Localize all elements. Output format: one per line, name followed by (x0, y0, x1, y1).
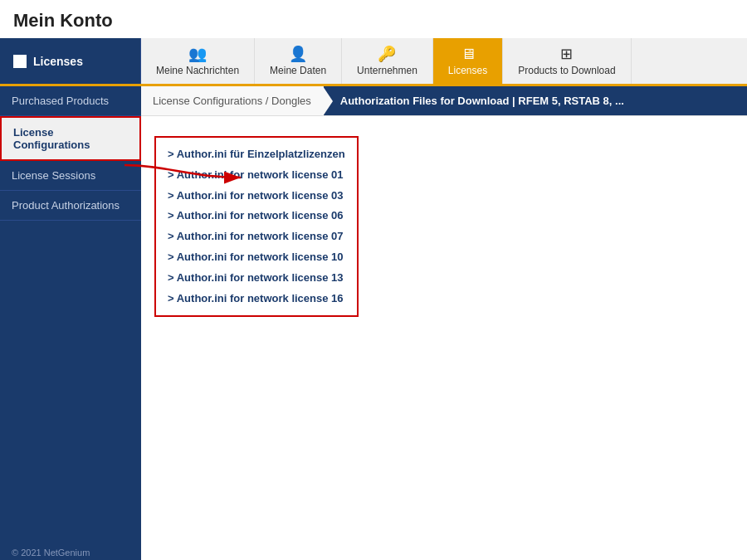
breadcrumb: License Configurations / Dongles Authori… (141, 86, 747, 116)
nav-items: 👥 Meine Nachrichten 👤 Meine Daten 🔑 Unte… (141, 38, 747, 84)
download-link[interactable]: > Author.ini für Einzelplatzlizenzen (168, 146, 345, 163)
download-icon: ⊞ (560, 46, 573, 61)
daten-icon: 👤 (289, 46, 307, 61)
nav-item-daten[interactable]: 👤 Meine Daten (255, 38, 342, 84)
nav-item-label-daten: Meine Daten (270, 65, 326, 76)
nav-item-download[interactable]: ⊞ Products to Download (503, 38, 631, 84)
nav-item-label-nachrichten: Meine Nachrichten (156, 65, 239, 76)
download-link[interactable]: > Author.ini for network license 16 (168, 290, 345, 308)
nav-logo[interactable]: Licenses (0, 38, 141, 84)
sidebar-item-sessions[interactable]: License Sessions (0, 161, 141, 191)
download-link[interactable]: > Author.ini for network license 06 (168, 207, 345, 225)
nav-item-licenses[interactable]: 🖥 Licenses (433, 38, 503, 84)
nav-item-nachrichten[interactable]: 👥 Meine Nachrichten (141, 38, 255, 84)
sidebar-item-configurations[interactable]: License Configurations (0, 116, 141, 161)
nav-item-unternehmen[interactable]: 🔑 Unternehmen (342, 38, 433, 84)
nav-item-label-download: Products to Download (518, 65, 615, 76)
content-area: License Configurations / Dongles Authori… (141, 86, 747, 560)
main-layout: Purchased ProductsLicense Configurations… (0, 86, 747, 560)
nav-logo-label: Licenses (33, 55, 83, 68)
breadcrumb-active: Authorization Files for Download | RFEM … (324, 86, 747, 115)
nachrichten-icon: 👥 (188, 46, 207, 61)
sidebar: Purchased ProductsLicense Configurations… (0, 86, 141, 560)
download-link[interactable]: > Author.ini for network license 13 (168, 270, 345, 287)
download-link[interactable]: > Author.ini for network license 10 (168, 249, 345, 266)
sidebar-item-purchased[interactable]: Purchased Products (0, 86, 141, 116)
sidebar-footer: © 2021 NetGenium (0, 538, 141, 560)
breadcrumb-item-configs[interactable]: License Configurations / Dongles (141, 86, 324, 115)
links-box: > Author.ini für Einzelplatzlizenzen> Au… (154, 136, 359, 317)
licenses-icon: 🖥 (461, 46, 476, 61)
top-nav: Licenses 👥 Meine Nachrichten 👤 Meine Dat… (0, 38, 747, 86)
content-panel: > Author.ini für Einzelplatzlizenzen> Au… (141, 116, 747, 330)
sidebar-item-authorizations[interactable]: Product Authorizations (0, 191, 141, 221)
nav-item-label-licenses: Licenses (448, 65, 487, 76)
download-link[interactable]: > Author.ini for network license 03 (168, 187, 345, 205)
download-link[interactable]: > Author.ini for network license 01 (168, 167, 345, 184)
page-title: Mein Konto (0, 0, 747, 38)
download-link[interactable]: > Author.ini for network license 07 (168, 228, 345, 246)
nav-item-label-unternehmen: Unternehmen (357, 65, 417, 76)
logo-icon (13, 55, 27, 68)
unternehmen-icon: 🔑 (378, 46, 396, 61)
